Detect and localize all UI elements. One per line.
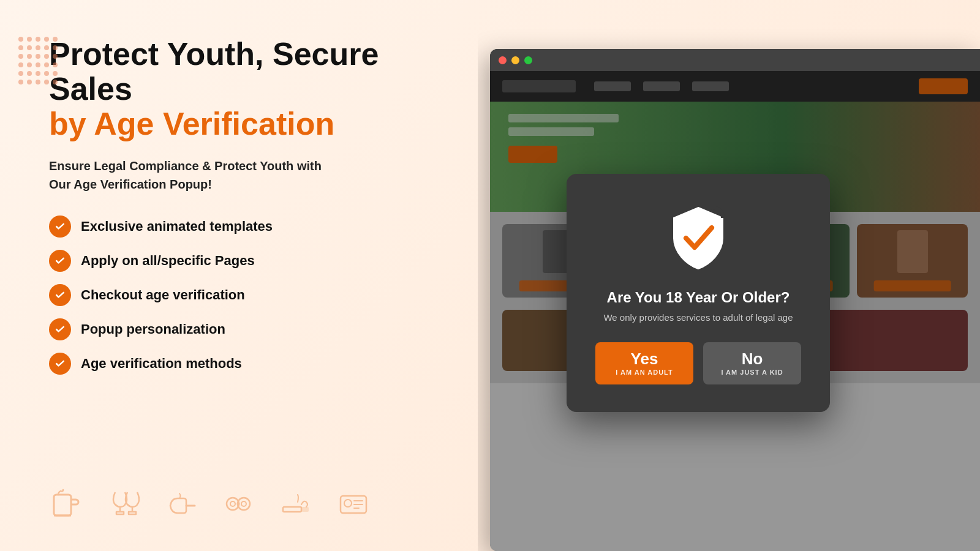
svg-point-11	[344, 500, 352, 507]
page-title: Protect Youth, Secure Sales by Age Verif…	[49, 37, 435, 142]
minimize-button-dot[interactable]	[511, 56, 519, 64]
feature-item-5: Age verification methods	[49, 353, 435, 375]
svg-rect-9	[301, 507, 309, 512]
close-button-dot[interactable]	[499, 56, 507, 64]
shield-icon-container	[600, 204, 796, 274]
dot-grid-decoration	[18, 37, 58, 84]
feature-label-2: Apply on all/specific Pages	[81, 253, 255, 269]
pipe-icon	[164, 487, 197, 520]
check-icon-3	[49, 284, 71, 306]
modal-buttons: Yes I AM AN ADULT No I AM JUST A KID	[600, 342, 796, 384]
svg-rect-0	[54, 495, 71, 515]
headline-black: Protect Youth, Secure Sales	[49, 36, 379, 107]
yes-button-main-label: Yes	[612, 351, 676, 367]
check-icon-1	[49, 216, 71, 238]
no-button-sub-label: I AM JUST A KID	[720, 369, 784, 376]
subtitle-text: Ensure Legal Compliance & Protect Youth …	[49, 157, 435, 193]
feature-label-1: Exclusive animated templates	[81, 219, 273, 234]
headline-orange: by Age Verification	[49, 107, 435, 141]
wine-glasses-icon	[107, 487, 140, 520]
check-icon-5	[49, 353, 71, 375]
handcuffs-icon	[222, 487, 255, 520]
yes-button[interactable]: Yes I AM AN ADULT	[595, 342, 693, 384]
feature-item-1: Exclusive animated templates	[49, 216, 435, 238]
age-verification-modal: Are You 18 Year Or Older? We only provid…	[567, 174, 830, 412]
smoking-icon	[279, 487, 312, 520]
yes-button-sub-label: I AM AN ADULT	[612, 369, 676, 376]
checkmark-svg-1	[54, 220, 66, 233]
checkmark-svg-5	[54, 358, 66, 370]
checkmark-svg-4	[54, 323, 66, 335]
feature-label-3: Checkout age verification	[81, 287, 245, 303]
svg-point-6	[241, 501, 246, 506]
modal-overlay: Are You 18 Year Or Older? We only provid…	[490, 71, 980, 551]
left-panel: Protect Youth, Secure Sales by Age Verif…	[0, 0, 478, 551]
modal-title: Are You 18 Year Or Older?	[600, 289, 796, 306]
features-list: Exclusive animated templates Apply on al…	[49, 216, 435, 375]
browser-titlebar	[490, 49, 980, 71]
no-button[interactable]: No I AM JUST A KID	[703, 342, 801, 384]
svg-point-5	[230, 501, 235, 506]
feature-item-4: Popup personalization	[49, 318, 435, 340]
check-icon-2	[49, 250, 71, 272]
right-panel: Are You 18 Year Or Older? We only provid…	[478, 0, 980, 551]
id-card-icon	[337, 487, 370, 520]
category-icons-row	[49, 487, 435, 527]
main-content: Protect Youth, Secure Sales by Age Verif…	[49, 37, 435, 375]
checkmark-svg-3	[54, 289, 66, 301]
browser-window: Are You 18 Year Or Older? We only provid…	[490, 49, 980, 551]
maximize-button-dot[interactable]	[524, 56, 532, 64]
feature-label-4: Popup personalization	[81, 321, 225, 337]
checkmark-svg-2	[54, 255, 66, 267]
svg-rect-8	[283, 507, 301, 512]
check-icon-4	[49, 318, 71, 340]
no-button-main-label: No	[720, 351, 784, 367]
shield-icon	[668, 204, 729, 272]
feature-label-5: Age verification methods	[81, 356, 242, 372]
feature-item-2: Apply on all/specific Pages	[49, 250, 435, 272]
browser-body: Are You 18 Year Or Older? We only provid…	[490, 71, 980, 551]
feature-item-3: Checkout age verification	[49, 284, 435, 306]
modal-subtitle: We only provides services to adult of le…	[600, 312, 796, 323]
beer-mug-icon	[49, 487, 82, 520]
